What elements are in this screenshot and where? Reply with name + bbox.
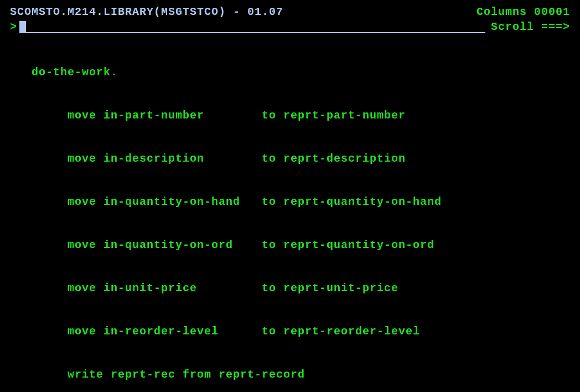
code-line: move in-part-number to reprt-part-number bbox=[10, 109, 570, 123]
command-input[interactable] bbox=[19, 21, 485, 33]
code-line: move in-quantity-on-hand to reprt-quanti… bbox=[10, 195, 570, 209]
code-line: move in-description to reprt-description bbox=[10, 152, 570, 166]
command-prompt: > bbox=[10, 20, 17, 33]
code-line: write reprt-rec from reprt-record bbox=[10, 368, 570, 382]
code-line: move in-unit-price to reprt-unit-price bbox=[10, 281, 570, 296]
editor-header: SCOMSTO.M214.LIBRARY(MSGTSTCO) - 01.07 C… bbox=[10, 6, 570, 18]
code-line: move in-reorder-level to reprt-reorder-l… bbox=[10, 324, 570, 339]
columns-indicator: Columns 00001 bbox=[477, 6, 570, 18]
command-line[interactable]: > Scroll ===> bbox=[10, 20, 570, 33]
code-area: do-the-work. move in-part-number to repr… bbox=[10, 37, 570, 392]
cursor-block bbox=[19, 21, 26, 33]
code-line: move in-quantity-on-ord to reprt-quantit… bbox=[10, 238, 570, 252]
code-line: do-the-work. bbox=[10, 65, 570, 80]
dataset-name: SCOMSTO.M214.LIBRARY(MSGTSTCO) - 01.07 bbox=[10, 6, 283, 18]
scroll-label: Scroll ===> bbox=[491, 20, 570, 33]
